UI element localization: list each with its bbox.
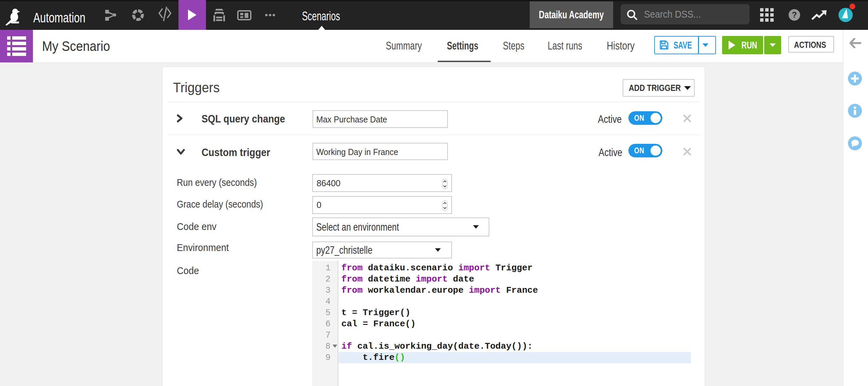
svg-text:?: ?: [792, 10, 797, 19]
